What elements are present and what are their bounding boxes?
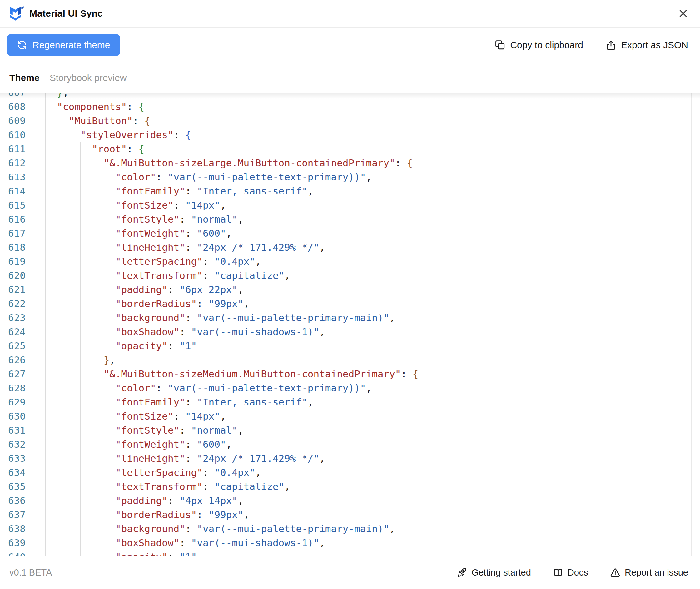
regenerate-theme-label: Regenerate theme (32, 40, 110, 50)
code-line: 621"padding": "6px 22px", (0, 282, 700, 297)
code-line: 623"background": "var(--mui-palette-prim… (0, 311, 700, 325)
line-number: 621 (0, 282, 26, 297)
report-an-issue-link[interactable]: Report an issue (610, 567, 688, 578)
docs-label: Docs (568, 567, 588, 578)
line-number: 619 (0, 254, 26, 268)
line-number: 625 (0, 339, 26, 353)
code-line: 633"lineHeight": "24px /* 171.429% */", (0, 451, 700, 465)
line-number: 630 (0, 409, 26, 423)
line-number: 633 (0, 451, 26, 465)
getting-started-link[interactable]: Getting started (457, 567, 531, 578)
code-line: 619"letterSpacing": "0.4px", (0, 254, 700, 268)
code-line: 632"fontWeight": "600", (0, 437, 700, 451)
rocket-icon (457, 567, 467, 578)
line-number: 607 (0, 92, 26, 100)
refresh-icon (17, 40, 27, 50)
tab-bar: Theme Storybook preview (0, 63, 700, 92)
docs-link[interactable]: Docs (553, 567, 588, 578)
tab-theme[interactable]: Theme (9, 72, 40, 83)
code-line: 631"fontStyle": "normal", (0, 423, 700, 437)
code-line: 622"borderRadius": "99px", (0, 297, 700, 311)
export-as-json-button[interactable]: Export as JSON (606, 40, 688, 50)
book-icon (553, 567, 563, 578)
copy-to-clipboard-label: Copy to clipboard (510, 40, 583, 50)
report-an-issue-label: Report an issue (625, 567, 688, 578)
code-line: 614"fontFamily": "Inter, sans-serif", (0, 184, 700, 198)
copy-icon (495, 40, 505, 50)
line-number: 638 (0, 522, 26, 536)
title-bar: Material UI Sync (0, 0, 700, 27)
line-number: 611 (0, 142, 26, 156)
getting-started-label: Getting started (472, 567, 531, 578)
line-number: 640 (0, 550, 26, 556)
copy-to-clipboard-button[interactable]: Copy to clipboard (495, 40, 583, 50)
line-number: 616 (0, 212, 26, 226)
line-number: 617 (0, 226, 26, 240)
line-number: 620 (0, 268, 26, 282)
line-number: 623 (0, 311, 26, 325)
line-number: 628 (0, 381, 26, 395)
code-line: 625"opacity": "1" (0, 339, 700, 353)
mui-logo (9, 6, 24, 21)
code-line: 612"&.MuiButton-sizeLarge.MuiButton-cont… (0, 156, 700, 170)
scrollbar-rail[interactable] (691, 93, 692, 556)
theme-code-editor[interactable]: 607},608"components": {609"MuiButton": {… (0, 92, 700, 556)
code-line: 610"styleOverrides": { (0, 128, 700, 142)
code-line: 620"textTransform": "capitalize", (0, 268, 700, 282)
code-line: 616"fontStyle": "normal", (0, 212, 700, 226)
code-line: 630"fontSize": "14px", (0, 409, 700, 423)
line-number: 610 (0, 128, 26, 142)
close-button[interactable] (676, 6, 691, 21)
line-number: 608 (0, 100, 26, 114)
code-line: 626}, (0, 353, 700, 367)
line-number: 635 (0, 479, 26, 494)
code-line: 617"fontWeight": "600", (0, 226, 700, 240)
line-number: 637 (0, 508, 26, 522)
code-line: 628"color": "var(--mui-palette-text-prim… (0, 381, 700, 395)
code-line: 607}, (0, 92, 700, 100)
code-line: 638"background": "var(--mui-palette-prim… (0, 522, 700, 536)
code-line: 636"padding": "4px 14px", (0, 494, 700, 508)
regenerate-theme-button[interactable]: Regenerate theme (7, 34, 120, 56)
code-line: 609"MuiButton": { (0, 114, 700, 128)
line-number: 609 (0, 114, 26, 128)
code-line: 639"boxShadow": "var(--mui-shadows-1)", (0, 536, 700, 550)
code-line: 618"lineHeight": "24px /* 171.429% */", (0, 240, 700, 254)
code-line: 624"boxShadow": "var(--mui-shadows-1)", (0, 325, 700, 339)
line-number: 631 (0, 423, 26, 437)
material-ui-sync-window: Material UI Sync Regenerate theme Copy (0, 0, 700, 589)
code-line: 615"fontSize": "14px", (0, 198, 700, 212)
tab-storybook-preview[interactable]: Storybook preview (50, 72, 127, 83)
line-number: 614 (0, 184, 26, 198)
toolbar: Regenerate theme Copy to clipboard Expor… (0, 27, 700, 63)
version-badge: v0.1 BETA (9, 567, 52, 578)
code-line: 613"color": "var(--mui-palette-text-prim… (0, 170, 700, 184)
line-number: 639 (0, 536, 26, 550)
page-title: Material UI Sync (29, 8, 103, 19)
line-number: 627 (0, 367, 26, 381)
line-number: 634 (0, 465, 26, 479)
line-number: 615 (0, 198, 26, 212)
line-number: 629 (0, 395, 26, 409)
line-number: 622 (0, 297, 26, 311)
footer: v0.1 BETA Getting started Docs (0, 556, 700, 589)
code-line: 637"borderRadius": "99px", (0, 508, 700, 522)
code-line: 611"root": { (0, 142, 700, 156)
code-line: 608"components": { (0, 100, 700, 114)
line-number: 626 (0, 353, 26, 367)
close-icon (678, 8, 689, 19)
line-number: 632 (0, 437, 26, 451)
warning-icon (610, 567, 620, 578)
line-number: 612 (0, 156, 26, 170)
export-icon (606, 40, 616, 50)
code-line: 640"opacity": "1" (0, 550, 700, 556)
export-as-json-label: Export as JSON (621, 40, 688, 50)
line-number: 636 (0, 494, 26, 508)
code-line: 634"letterSpacing": "0.4px", (0, 465, 700, 479)
line-number: 613 (0, 170, 26, 184)
code-content: 607},608"components": {609"MuiButton": {… (0, 92, 700, 556)
line-number: 624 (0, 325, 26, 339)
code-line: 629"fontFamily": "Inter, sans-serif", (0, 395, 700, 409)
line-number: 618 (0, 240, 26, 254)
code-line: 635"textTransform": "capitalize", (0, 479, 700, 494)
